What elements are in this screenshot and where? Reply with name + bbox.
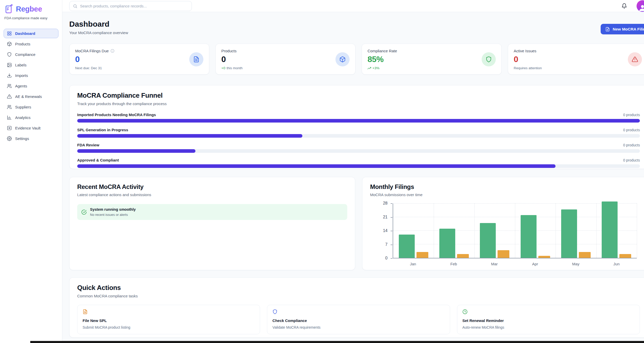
sidebar-item-labels[interactable]: Labels <box>4 60 58 70</box>
shield-icon <box>272 309 278 314</box>
y-axis-tick-label: 7 <box>370 242 388 247</box>
funnel-bar-track <box>77 149 640 153</box>
funnel-stage-imported-products-needing-mocra-filings: Imported Products Needing MoCRA Filings0… <box>77 113 640 123</box>
stat-icon-circle <box>335 52 350 66</box>
bar-group-mar <box>474 204 515 258</box>
quick-actions-grid: File New SPLSubmit MoCRA product listing… <box>77 305 640 334</box>
monthly-filings-panel: Monthly Filings MoCRA submissions over t… <box>362 177 644 270</box>
gear-icon <box>7 136 12 141</box>
stat-sub: +0 this month <box>221 66 350 70</box>
activity-subtitle: Latest compliance actions and submission… <box>77 193 347 197</box>
alert-triangle-icon <box>7 94 12 99</box>
vault-icon <box>7 126 12 130</box>
x-axis-tick-label: Feb <box>433 262 474 266</box>
stats-row: MoCRA Filings Due0Next due: Dec 31Produc… <box>69 44 644 75</box>
system-status-alert: System running smoothly No recent issues… <box>77 204 347 220</box>
funnel-stage-label: Approved & Compliant <box>77 158 119 162</box>
bar-orange-series-jan <box>417 252 428 258</box>
funnel-stage-label: FDA Review <box>77 143 99 147</box>
sidebar-item-imports[interactable]: Imports <box>4 71 58 80</box>
bar-group-feb <box>434 204 474 258</box>
quick-action-file-new-spl[interactable]: File New SPLSubmit MoCRA product listing <box>77 305 260 334</box>
funnel-stage-label: Imported Products Needing MoCRA Filings <box>77 113 156 117</box>
sidebar-item-compliance[interactable]: Compliance <box>4 50 58 59</box>
x-axis-tick-label: May <box>556 262 596 266</box>
user-avatar[interactable] <box>637 0 644 12</box>
funnel-bar-fill <box>77 119 640 123</box>
brand-name: Regbee <box>16 5 42 13</box>
sidebar-item-analytics[interactable]: Analytics <box>4 113 58 122</box>
quick-action-set-renewal-reminder[interactable]: Set Renewal ReminderAuto-renew MoCRA fil… <box>457 305 640 334</box>
x-axis-tick-label: Jan <box>393 262 433 266</box>
gridline <box>637 204 637 258</box>
stat-value: 0 <box>221 55 350 64</box>
sidebar-item-products[interactable]: Products <box>4 39 58 49</box>
stat-sub-text: +3% <box>372 66 379 70</box>
compliance-funnel-panel: MoCRA Compliance Funnel Track your produ… <box>69 85 644 169</box>
topbar <box>62 0 644 12</box>
chart-plot-area <box>393 204 637 258</box>
funnel-stage-spl-generation-in-progress: SPL Generation in Progress0 products <box>77 128 640 138</box>
stat-card-mocra-filings-due: MoCRA Filings Due0Next due: Dec 31 <box>69 44 209 75</box>
sidebar-item-label: Suppliers <box>15 105 31 109</box>
notifications-bell-icon[interactable] <box>621 3 627 9</box>
funnel-bar-track <box>77 164 640 168</box>
stat-sub: Next due: Dec 31 <box>75 66 203 70</box>
search-input[interactable] <box>80 4 188 8</box>
funnel-bar-track <box>77 134 640 138</box>
quick-actions-subtitle: Common MoCRA compliance tasks <box>77 294 640 298</box>
stat-label: Active Issues <box>514 49 642 53</box>
stat-icon-circle <box>482 52 496 66</box>
sidebar-item-ae-renewals[interactable]: AE & Renewals <box>4 92 58 101</box>
quick-action-check-compliance[interactable]: Check ComplianceValidate MoCRA requireme… <box>267 305 450 334</box>
bar-green-series-may <box>561 209 577 258</box>
stat-card-products: Products0+0 this month <box>215 44 355 75</box>
stat-sub-text: Next due: Dec 31 <box>75 66 102 70</box>
monthly-filings-chart: 07142128JanFebMarAprMayJun <box>370 201 641 268</box>
sidebar-item-agents[interactable]: Agents <box>4 81 58 91</box>
x-axis-tick-label: Mar <box>474 262 515 266</box>
funnel-stage-label: SPL Generation in Progress <box>77 128 128 132</box>
y-axis-tick-label: 28 <box>370 201 388 206</box>
funnel-bar-fill <box>77 149 195 153</box>
bar-green-series-apr <box>521 215 537 258</box>
page-subtitle: Your MoCRA compliance overview <box>69 31 128 35</box>
bar-orange-series-jun <box>619 254 631 258</box>
funnel-stage-count: 0 products <box>623 128 640 132</box>
sidebar-item-dashboard[interactable]: Dashboard <box>4 29 58 38</box>
funnel-stage-fda-review: FDA Review0 products <box>77 143 640 153</box>
y-axis-tick-mark <box>391 245 392 245</box>
sidebar-item-evidence-vault[interactable]: Evidence Vault <box>4 123 58 133</box>
stat-card-active-issues: Active Issues0Requires attention <box>508 44 644 75</box>
new-mocra-filing-button[interactable]: New MoCRA Filing <box>601 24 644 34</box>
bar-group-apr <box>515 204 556 258</box>
brand-tagline: FDA compliance made easy <box>4 16 58 20</box>
search-box <box>69 1 192 11</box>
package-icon <box>7 42 12 46</box>
status-subtitle: No recent issues or alerts <box>90 213 136 217</box>
sidebar-item-label: Agents <box>15 84 27 88</box>
funnel-bar-track <box>77 119 640 123</box>
import-icon <box>7 73 12 78</box>
y-axis-tick-mark <box>391 231 392 231</box>
chart-title: Monthly Filings <box>370 183 641 190</box>
bar-orange-series-feb <box>457 254 469 258</box>
check-circle-icon <box>81 209 87 215</box>
y-axis-tick-mark <box>391 203 392 204</box>
regbee-logo-icon <box>4 4 14 14</box>
funnel-bar-fill <box>77 164 556 168</box>
stat-sub-text: this month <box>226 66 242 70</box>
activity-title: Recent MoCRA Activity <box>77 183 347 190</box>
sidebar-item-label: AE & Renewals <box>15 94 42 99</box>
x-axis-labels: JanFebMarAprMayJun <box>393 262 637 266</box>
bar-chart-icon <box>7 115 12 120</box>
stat-card-compliance-rate: Compliance Rate85%+3% <box>362 44 502 75</box>
funnel-stage-count: 0 products <box>623 113 640 117</box>
bar-green-series-jun <box>602 201 618 258</box>
bar-orange-series-may <box>579 252 591 258</box>
sidebar-item-settings[interactable]: Settings <box>4 134 58 143</box>
x-axis-tick-label: Apr <box>515 262 556 266</box>
sidebar-item-suppliers[interactable]: Suppliers <box>4 102 58 112</box>
filing-icon <box>605 27 610 32</box>
y-axis-tick-label: 14 <box>370 228 388 233</box>
